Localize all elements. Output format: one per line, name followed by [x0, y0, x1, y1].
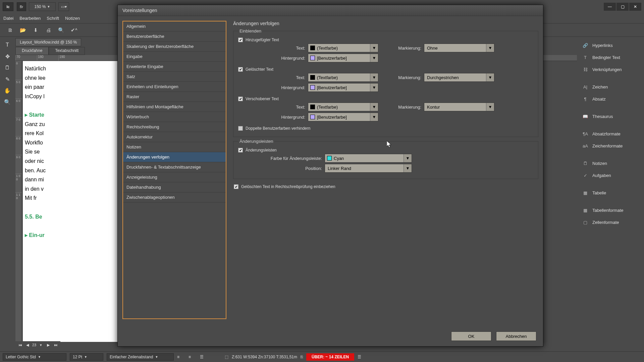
last-page-icon[interactable]: ⏭ [53, 343, 58, 347]
category-item[interactable]: Zwischenablageoptionen [123, 192, 226, 202]
document-tab[interactable]: Layout_Workflow.indd @ 150 % [15, 38, 81, 46]
eyedropper-tool-icon[interactable]: ✎ [3, 74, 12, 84]
panel-label: Tabelle [592, 190, 606, 195]
panel-hyperlinks[interactable]: 🔗Hyperlinks [577, 40, 644, 51]
changebars-label: Änderungsleisten [246, 148, 277, 153]
panel-thesaurus[interactable]: 📖Thesaurus [577, 111, 644, 122]
panel-tasks[interactable]: ✓Aufgaben [577, 170, 644, 181]
category-item[interactable]: Raster [123, 92, 226, 102]
category-item[interactable]: Druckfahnen- & Textabschnittsanzeige [123, 162, 226, 172]
ok-button[interactable]: OK [451, 331, 491, 341]
category-item[interactable]: Satz [123, 72, 226, 82]
cancel-button[interactable]: Abbrechen [496, 331, 536, 341]
panel-para-styles[interactable]: ¶AAbsatzformate [577, 128, 644, 139]
dd-text: Ohne [424, 46, 486, 51]
category-item[interactable]: Notizen [123, 142, 226, 152]
moved-marking-dropdown[interactable]: Kontur▼ [424, 103, 494, 111]
leading-dropdown[interactable]: Einfacher Zeilenabstand▼ [107, 353, 174, 361]
bridge-icon[interactable]: Br [17, 2, 26, 11]
added-marking-dropdown[interactable]: Ohne▼ [424, 44, 494, 52]
align-top-icon[interactable]: ≡ [177, 355, 185, 359]
zoom-tool-icon[interactable]: 🔍 [3, 97, 12, 107]
maximize-button[interactable]: ▢ [616, 3, 629, 11]
deleted-marking-dropdown[interactable]: Durchgestrichen▼ [424, 73, 494, 82]
category-item[interactable]: Autokorrektur [123, 132, 226, 142]
panel-conditional-text[interactable]: TBedingter Text [577, 52, 644, 63]
next-page-icon[interactable]: ▶ [46, 343, 51, 347]
panel-label: Verknüpfungen [592, 67, 622, 72]
align-bottom-icon[interactable]: ≡ [189, 355, 197, 359]
new-icon[interactable]: 🗎 [6, 27, 14, 34]
panel-table[interactable]: ▦Tabelle [577, 187, 644, 198]
category-item[interactable]: Dateihandhabung [123, 182, 226, 192]
spellcheck-icon[interactable]: ✔ᴬ [70, 27, 78, 34]
status-menu-icon[interactable]: ☰ [358, 355, 361, 359]
panel-label: Tabellenformate [592, 208, 624, 213]
category-item[interactable]: Erweiterte Eingabe [123, 62, 226, 72]
view-textabschnitt[interactable]: Textabschnitt [49, 47, 85, 55]
moved-text-checkbox[interactable]: ✔ [238, 97, 243, 101]
panel-cell-styles[interactable]: ▢Zellenformate [577, 217, 644, 228]
panel-links[interactable]: ⛓Verknüpfungen [577, 64, 644, 75]
open-icon[interactable]: 📂 [19, 27, 27, 34]
view-druckfahne[interactable]: Druckfahne [15, 47, 49, 55]
menu-edit[interactable]: Bearbeiten [19, 16, 41, 21]
search-icon[interactable]: 🔍 [57, 27, 65, 34]
menu-file[interactable]: Datei [3, 16, 13, 21]
changebars-checkbox[interactable]: ✔ [238, 148, 243, 153]
category-item[interactable]: Anzeigeleistung [123, 172, 226, 182]
panel-paragraph[interactable]: ¶Absatz [577, 93, 644, 105]
overset-icon[interactable]: ⎘ [301, 355, 303, 359]
category-item[interactable]: Wörterbuch [123, 112, 226, 122]
category-item[interactable]: Hilfslinien und Montagefläche [123, 102, 226, 112]
added-text-color-dropdown[interactable]: (Textfarbe)▼ [308, 44, 378, 52]
category-item[interactable]: Einheiten und Einteilungen [123, 82, 226, 92]
category-item[interactable]: Änderungen verfolgen [123, 152, 226, 162]
panel-char-styles[interactable]: aAZeichenformate [577, 140, 644, 152]
deleted-text-color-dropdown[interactable]: (Textfarbe)▼ [308, 73, 378, 82]
first-page-icon[interactable]: ⏮ [17, 343, 23, 347]
minimize-button[interactable]: — [604, 3, 616, 11]
deleted-bg-dropdown[interactable]: [Benutzerfarbe]▼ [308, 83, 378, 92]
type-tool-icon[interactable]: T [3, 40, 12, 50]
panel-notes[interactable]: 🗒Notizen [577, 158, 644, 169]
screen-mode-icon[interactable]: ▭▾ [58, 2, 69, 11]
moved-bg-dropdown[interactable]: [Benutzerfarbe]▼ [308, 113, 378, 121]
added-text-checkbox[interactable]: ✔ [238, 38, 243, 42]
panel-label: Bedingter Text [592, 55, 620, 60]
save-icon[interactable]: ⬇ [32, 27, 40, 34]
position-tool-icon[interactable]: ✥ [3, 52, 12, 61]
dd-text: Kontur [424, 105, 486, 110]
deleted-text-checkbox[interactable]: ✔ [238, 67, 243, 72]
panel-table-styles[interactable]: ▦Tabellenformate [577, 204, 644, 216]
menu-icon[interactable]: ☰ [200, 355, 208, 359]
close-button[interactable]: ✕ [629, 3, 641, 11]
changebar-color-dropdown[interactable]: Cyan▼ [325, 154, 412, 163]
category-item[interactable]: Allgemein [123, 21, 226, 32]
prevent-duplicate-colors-checkbox[interactable] [238, 126, 243, 131]
changebar-position-dropdown[interactable]: Linker Rand▼ [325, 164, 412, 173]
note-tool-icon[interactable]: 🗒 [3, 63, 12, 72]
page-navigator[interactable]: ⏮ ◀ 23 ▾ ▶ ⏭ [15, 341, 60, 349]
hand-tool-icon[interactable]: ✋ [3, 86, 12, 95]
prev-page-icon[interactable]: ◀ [25, 343, 30, 347]
category-item[interactable]: Benutzeroberfläche [123, 32, 226, 42]
font-size-dropdown[interactable]: 12 Pt▼ [70, 353, 103, 361]
moved-text-color-dropdown[interactable]: (Textfarbe)▼ [308, 103, 378, 111]
added-bg-dropdown[interactable]: [Benutzerfarbe]▼ [308, 54, 378, 62]
print-icon[interactable]: 🖨 [44, 27, 52, 34]
stats-icon[interactable]: ⬚ [225, 355, 228, 359]
category-item[interactable]: Rechtschreibung [123, 122, 226, 132]
menu-font[interactable]: Schrift [47, 16, 59, 21]
zoom-level[interactable]: 150 % ▼ [29, 2, 56, 11]
category-item[interactable]: Eingabe [123, 52, 226, 62]
category-item[interactable]: Skalierung der Benutzeroberfläche [123, 42, 226, 52]
page-dropdown-icon[interactable]: ▾ [38, 343, 44, 347]
overset-warning: ÜBER: ~ 14 ZEILEN [306, 353, 354, 361]
panel-label: Hyperlinks [592, 43, 613, 48]
spellcheck-deleted-checkbox[interactable]: ✔ [234, 184, 238, 189]
category-list[interactable]: AllgemeinBenutzeroberflächeSkalierung de… [122, 21, 226, 319]
font-family-dropdown[interactable]: Letter Gothic Std▼ [3, 353, 66, 361]
panel-character[interactable]: A|Zeichen [577, 81, 644, 93]
menu-notes[interactable]: Notizen [65, 16, 80, 21]
